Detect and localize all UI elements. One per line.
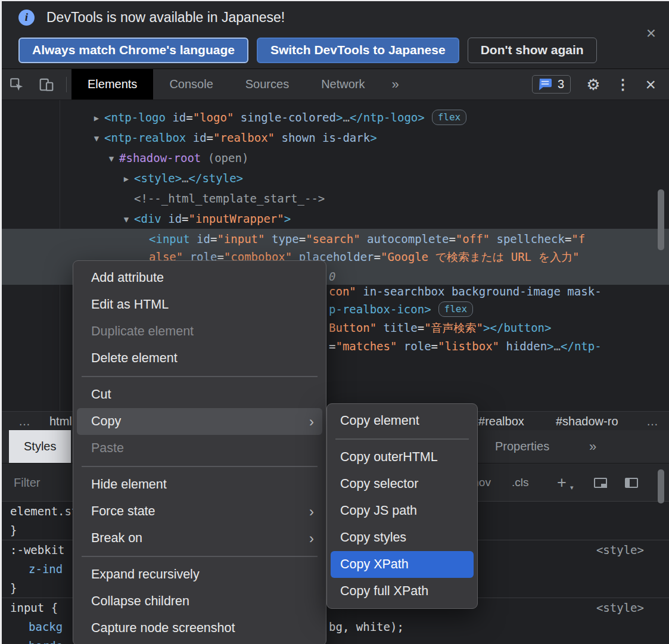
infobar-close-icon[interactable]: × — [646, 25, 656, 42]
menu-item-delete-element[interactable]: Delete element — [77, 345, 322, 372]
menu-item-cut[interactable]: Cut — [77, 381, 322, 408]
menu-item-copy-selector[interactable]: Copy selector — [331, 471, 474, 497]
elements-scrollbar-thumb[interactable] — [658, 189, 664, 250]
code-token: 0 — [329, 270, 335, 283]
issues-counter[interactable]: 3 — [532, 75, 571, 94]
menu-separator — [82, 376, 318, 377]
dom-tree-wrapped-line: <input id="input" type="search" autocomp… — [149, 230, 669, 248]
infobar-message: DevTools is now available in Japanese! — [46, 10, 285, 26]
collapse-arrow-icon[interactable]: ▼ — [119, 209, 134, 229]
copy-submenu: Copy elementCopy outerHTMLCopy selectorC… — [326, 403, 478, 609]
menu-item-copy-element[interactable]: Copy element — [331, 407, 474, 434]
dom-tree-row[interactable]: ▼<div id="inputWrapper"> — [2, 209, 669, 229]
menu-item-duplicate-element: Duplicate element — [77, 318, 322, 345]
code-token: = — [210, 232, 217, 245]
code-token: = — [329, 340, 335, 353]
kebab-menu-icon[interactable]: ⋮ — [615, 77, 630, 92]
code-token: (open) — [201, 151, 248, 164]
code-token: "f — [571, 232, 585, 245]
dom-tree-row[interactable]: <!--_html_template_start_--> — [2, 188, 669, 209]
menu-item-collapse-children[interactable]: Collapse children — [77, 588, 322, 615]
infobar-message-row: i DevTools is now available in Japanese!… — [2, 1, 669, 33]
code-token: </style> — [189, 172, 244, 185]
always-match-language-button[interactable]: Always match Chrome's language — [18, 38, 248, 63]
element-classes-button[interactable]: .cls — [512, 463, 529, 502]
code-token: "input" — [217, 232, 265, 245]
menu-item-expand-recursively[interactable]: Expand recursively — [77, 561, 322, 588]
menu-item-force-state[interactable]: Force state› — [77, 498, 322, 525]
tab-network[interactable]: Network — [305, 69, 381, 99]
code-token: type — [265, 232, 299, 245]
rendering-emulation-icon[interactable] — [594, 478, 607, 488]
menu-item-copy-js-path[interactable]: Copy JS path — [331, 497, 474, 524]
adorner-badge-flex[interactable]: flex — [432, 110, 467, 125]
menu-item-copy-xpath[interactable]: Copy XPath — [331, 551, 474, 578]
switch-devtools-japanese-button[interactable]: Switch DevTools to Japanese — [257, 38, 459, 63]
menu-item-copy-outerhtml[interactable]: Copy outerHTML — [331, 444, 474, 471]
code-token: > — [284, 212, 291, 225]
code-token: = — [374, 250, 381, 263]
collapse-arrow-icon[interactable]: ▼ — [89, 128, 104, 148]
tab-sources[interactable]: Sources — [229, 69, 305, 99]
dom-tree-row[interactable]: ▶<ntp-logo id="logo" single-colored>…</n… — [2, 107, 669, 127]
more-tabs-icon[interactable]: » — [381, 69, 410, 99]
infobar: i DevTools is now available in Japanese!… — [2, 1, 669, 69]
window-frame-left — [0, 0, 2, 644]
sidebar-toggle-icon[interactable] — [625, 478, 638, 488]
code-token: > — [547, 340, 553, 353]
breadcrumb-overflow-right[interactable]: … — [646, 412, 658, 431]
code-token: "音声検索" — [424, 321, 483, 334]
style-origin-link[interactable]: <style> — [596, 540, 644, 559]
menu-item-edit-as-html[interactable]: Edit as HTML — [77, 291, 322, 318]
code-token: > — [370, 131, 376, 144]
new-style-rule-button[interactable]: + — [557, 463, 567, 502]
dont-show-again-button[interactable]: Don't show again — [468, 38, 597, 63]
code-token: "realbox" — [213, 131, 275, 144]
device-toolbar-icon[interactable] — [37, 69, 56, 99]
element-context-menu: Add attributeEdit as HTMLDuplicate eleme… — [73, 260, 326, 644]
menu-item-copy-full-xpath[interactable]: Copy full XPath — [331, 578, 474, 605]
menu-item-add-attribute[interactable]: Add attribute — [77, 265, 322, 291]
menu-item-copy[interactable]: Copy› — [77, 408, 322, 435]
code-token: <style> — [134, 172, 182, 185]
menu-item-hide-element[interactable]: Hide element — [77, 471, 322, 498]
expand-arrow-icon[interactable]: ▶ — [119, 169, 134, 189]
collapse-arrow-icon[interactable]: ▼ — [104, 148, 119, 169]
dom-tree-row[interactable]: ▼<ntp-realbox id="realbox" shown is-dark… — [2, 127, 669, 148]
code-token: title — [376, 321, 418, 334]
menu-item-break-on[interactable]: Break on› — [77, 525, 322, 552]
tab-console[interactable]: Console — [153, 69, 229, 99]
code-token: Button" — [329, 321, 376, 334]
tab-elements[interactable]: Elements — [71, 69, 153, 99]
sidebar-more-tabs-icon[interactable]: » — [589, 430, 596, 463]
breadcrumb-item[interactable]: #shadow-ro — [556, 412, 618, 431]
info-icon: i — [18, 10, 35, 26]
settings-gear-icon[interactable]: ⚙ — [586, 77, 600, 92]
tab-properties[interactable]: Properties — [495, 430, 549, 463]
code-token: shown is-dark — [275, 131, 370, 144]
breadcrumb-item[interactable]: html — [49, 412, 72, 431]
dom-tree-fragment: con" in-searchbox background-image mask- — [329, 282, 602, 301]
style-origin-link[interactable]: <style> — [596, 598, 644, 617]
breadcrumb-overflow-left[interactable]: … — [18, 412, 30, 431]
toolbar-divider — [66, 77, 67, 92]
issues-chat-icon — [539, 78, 552, 91]
tab-styles[interactable]: Styles — [9, 430, 71, 463]
styles-scrollbar-thumb[interactable] — [658, 469, 664, 503]
close-devtools-icon[interactable]: × — [645, 76, 656, 94]
menu-separator — [82, 466, 318, 467]
code-token: hidden — [499, 340, 547, 353]
code-token: … — [343, 111, 349, 124]
code-token: "off" — [456, 232, 490, 245]
code-token: <!--_html_template_start_--> — [134, 192, 325, 205]
inspect-icon[interactable] — [7, 69, 26, 99]
issues-count: 3 — [558, 77, 564, 91]
expand-arrow-icon[interactable]: ▶ — [89, 108, 104, 128]
code-token: <ntp-logo — [104, 111, 166, 124]
dom-tree-row[interactable]: ▶<style>…</style> — [2, 168, 669, 188]
code-token: single-colored — [234, 111, 336, 124]
adorner-badge-flex[interactable]: flex — [438, 301, 474, 317]
menu-item-capture-node-screenshot[interactable]: Capture node screenshot — [77, 615, 322, 642]
menu-item-copy-styles[interactable]: Copy styles — [331, 524, 474, 551]
dom-tree-row[interactable]: ▼#shadow-root (open) — [2, 148, 669, 168]
